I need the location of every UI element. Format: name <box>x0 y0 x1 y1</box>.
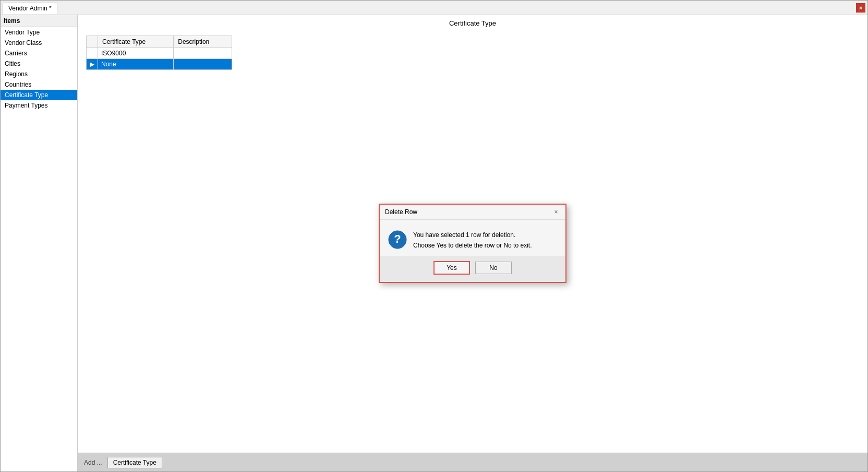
sidebar-item-cities[interactable]: Cities <box>1 58 77 69</box>
sidebar-item-vendor-type[interactable]: Vendor Type <box>1 27 77 38</box>
yes-button[interactable]: Yes <box>433 261 470 275</box>
sidebar-item-carriers[interactable]: Carriers <box>1 48 77 58</box>
sidebar: Items Vendor Type Vendor Class Carriers … <box>1 15 78 471</box>
dialog-body: ? You have selected 1 row for deletion. … <box>380 220 565 255</box>
svg-text:?: ? <box>394 232 401 245</box>
dialog-message-line2: Choose Yes to delete the row or No to ex… <box>413 241 532 251</box>
sidebar-item-vendor-class[interactable]: Vendor Class <box>1 38 77 48</box>
dialog-footer: Yes No <box>380 256 565 282</box>
modal-overlay: Delete Row × ? You have selected 1 row f… <box>78 15 867 471</box>
close-window-button[interactable]: × <box>856 3 865 13</box>
sidebar-header: Items <box>1 15 77 27</box>
main-content: Certificate Type Certificate Type Descri… <box>78 15 867 471</box>
dialog-message-line1: You have selected 1 row for deletion. <box>413 230 532 240</box>
main-window: Vendor Admin * × Items Vendor Type Vendo… <box>0 0 868 472</box>
dialog-titlebar: Delete Row × <box>380 205 565 220</box>
dialog-message: You have selected 1 row for deletion. Ch… <box>413 230 532 250</box>
delete-row-dialog: Delete Row × ? You have selected 1 row f… <box>379 204 566 282</box>
vendor-admin-tab[interactable]: Vendor Admin * <box>3 3 57 14</box>
content-area: Items Vendor Type Vendor Class Carriers … <box>1 15 867 471</box>
dialog-title: Delete Row <box>385 208 417 216</box>
question-icon: ? <box>388 230 407 249</box>
sidebar-item-regions[interactable]: Regions <box>1 69 77 79</box>
sidebar-item-certificate-type[interactable]: Certificate Type <box>1 90 77 100</box>
dialog-close-button[interactable]: × <box>552 208 560 216</box>
no-button[interactable]: No <box>475 262 512 274</box>
title-bar: Vendor Admin * × <box>1 1 867 15</box>
sidebar-item-payment-types[interactable]: Payment Types <box>1 100 77 111</box>
sidebar-item-countries[interactable]: Countries <box>1 79 77 90</box>
